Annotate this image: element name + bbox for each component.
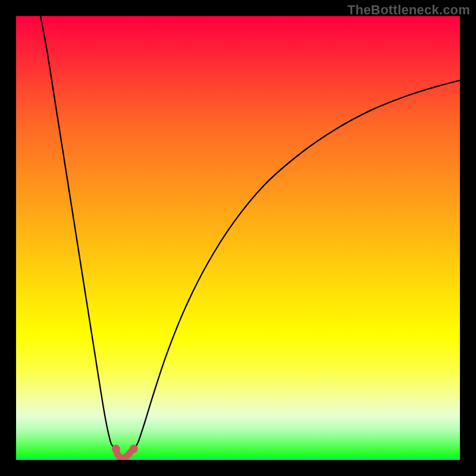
chart-stage: TheBottleneck.com — [0, 0, 476, 476]
marker-dot-right — [130, 444, 138, 453]
marker-dot-left — [112, 444, 120, 453]
series-left-branch — [40, 16, 116, 449]
plot-area — [16, 16, 460, 460]
series-right-branch — [134, 80, 460, 449]
curve-layer — [16, 16, 460, 460]
